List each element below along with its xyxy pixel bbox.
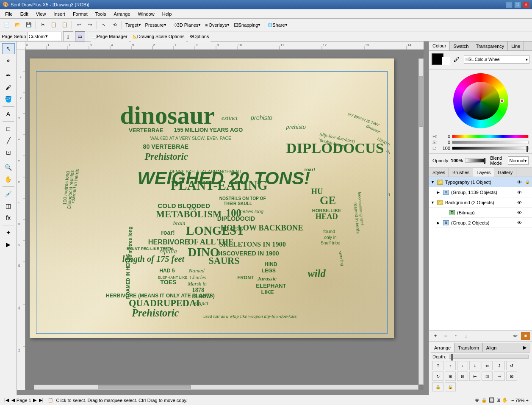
horizontal-scrollbar[interactable] <box>34 385 418 390</box>
layer-eye-group2[interactable]: 👁 <box>517 220 524 225</box>
arrange-backward[interactable]: ↓ <box>457 361 468 370</box>
options-button[interactable]: ⚙ Options <box>188 31 211 42</box>
page-size-dropdown[interactable]: Custom ▾ <box>28 32 61 41</box>
pressure-button[interactable]: Pressure ▾ <box>144 20 168 30</box>
tab-arrange[interactable]: Arrange <box>431 343 454 352</box>
paint-bucket-tool[interactable]: 🪣 <box>2 94 15 105</box>
target-button[interactable]: Target ▾ <box>124 20 143 30</box>
pointer-tool[interactable]: ↖ <box>2 43 15 54</box>
depth-slider[interactable] <box>449 355 529 359</box>
color-wheel[interactable] <box>453 73 508 128</box>
move-down-button[interactable]: ↓ <box>461 332 471 340</box>
layer-eye-typography[interactable]: 👁 <box>517 180 524 185</box>
canvas-scroll[interactable]: dinosaur extinct prehisto VERTEBRAE 155 … <box>25 50 424 390</box>
undo-button[interactable]: ↩ <box>74 20 84 30</box>
layer-properties-button[interactable]: ✏ <box>511 332 520 340</box>
zoom-in-button[interactable]: + <box>526 398 529 403</box>
tab-transform[interactable]: Transform <box>454 343 483 352</box>
line-tool[interactable]: ╱ <box>2 135 15 146</box>
merge-button[interactable]: ▣ <box>521 332 530 340</box>
shape-tool[interactable]: □ <box>2 123 15 134</box>
layer-eye-bitmap[interactable]: 👁 <box>517 210 524 215</box>
arrange-rotate-l[interactable]: ↺ <box>506 361 517 370</box>
layer-expand-group1139[interactable]: ▶ <box>437 190 442 194</box>
brush-tool[interactable]: 🖌 <box>2 82 15 93</box>
status-icon-lock[interactable]: 🔒 <box>481 397 487 403</box>
layer-eye-group1139[interactable]: 👁 <box>517 190 524 195</box>
snapping-button[interactable]: 🔲 Snapping ▾ <box>232 20 263 30</box>
menu-arrange[interactable]: Arrange <box>110 10 133 18</box>
tab-transparency[interactable]: Transparency <box>472 42 508 50</box>
status-icon-grid[interactable]: ⊞ <box>496 397 500 403</box>
vertical-scrollbar[interactable] <box>418 58 424 385</box>
add-page-icon[interactable]: 📋 <box>48 398 53 402</box>
landscape-button[interactable]: ▭ <box>75 31 85 42</box>
tab-align[interactable]: Align <box>483 343 500 352</box>
opacity-slider[interactable] <box>465 158 486 163</box>
menu-view[interactable]: View <box>33 10 50 18</box>
transform-tool-button[interactable]: ⟲ <box>110 20 120 30</box>
cut-button[interactable]: ✂ <box>38 20 48 30</box>
layer-typography[interactable]: ▼ 📁 Typography (1 Object) 👁 🔒 <box>429 177 532 187</box>
layer-eye-background[interactable]: 👁 <box>517 200 524 205</box>
dino-artwork[interactable]: dinosaur extinct prehisto VERTEBRAE 155 … <box>36 73 390 338</box>
app-restore-button[interactable]: ❐ <box>514 1 521 8</box>
page-manager-button[interactable]: 📑 Page Manager <box>91 31 129 42</box>
arrange-forward[interactable]: ↑ <box>445 361 456 370</box>
last-page-button[interactable]: ▶| <box>38 397 44 403</box>
arrange-distribute[interactable]: ⊠ <box>506 372 517 381</box>
layer-expand-typography[interactable]: ▼ <box>431 180 436 184</box>
move-up-button[interactable]: ↑ <box>451 332 460 340</box>
pen-tool[interactable]: ✒ <box>2 70 15 81</box>
redo-button[interactable]: ↪ <box>85 20 95 30</box>
node-tool[interactable]: ⋄ <box>2 55 15 66</box>
tab-swatch[interactable]: Swatch <box>450 42 472 50</box>
menu-window[interactable]: Window <box>135 10 158 18</box>
zoom-out-button[interactable]: − <box>511 398 514 403</box>
3d-planes-button[interactable]: ⬡ 3D Planes ▾ <box>172 20 203 30</box>
arrange-align-r[interactable]: ⊣ <box>494 372 505 381</box>
status-icon-snap[interactable]: 🔲 <box>489 397 495 403</box>
expand-tool[interactable]: ▶ <box>2 239 15 250</box>
arrange-lock[interactable]: 🔒 <box>432 382 443 391</box>
arrange-to-front[interactable]: ⤒ <box>432 361 443 370</box>
arrange-ungroup[interactable]: ⊟ <box>457 372 468 381</box>
save-button[interactable]: 💾 <box>24 20 34 30</box>
layer-group-1139[interactable]: ▶ ⊞ (Group, 1139 Objects) 👁 <box>435 187 532 197</box>
menu-insert[interactable]: Insert <box>50 10 69 18</box>
color-picker-icon[interactable]: 🖊 <box>454 56 460 63</box>
text-tool[interactable]: A <box>2 108 15 119</box>
arrange-to-back[interactable]: ⤓ <box>469 361 480 370</box>
crop-tool[interactable]: ⊡ <box>2 147 15 158</box>
drawing-scale-button[interactable]: 📐 Drawing Scale Options <box>131 31 186 42</box>
vertical-scroll-thumb[interactable] <box>419 76 423 127</box>
background-color-swatch[interactable] <box>442 57 450 65</box>
color-wheel-cursor[interactable] <box>500 99 504 103</box>
symbol-tool[interactable]: ✦ <box>2 227 15 238</box>
saturation-bar[interactable] <box>452 141 529 144</box>
tab-layers[interactable]: Layers <box>473 168 494 177</box>
prev-page-button[interactable]: ◀ <box>11 397 16 403</box>
tab-colour[interactable]: Colour <box>429 42 450 50</box>
delete-layer-button[interactable]: − <box>441 332 450 340</box>
arrange-flip-h[interactable]: ⇔ <box>482 361 493 370</box>
arrange-rotate-r[interactable]: ↻ <box>432 372 443 381</box>
menu-help[interactable]: Help <box>159 10 175 18</box>
layer-expand-group2[interactable]: ▶ <box>437 221 442 225</box>
menu-tools[interactable]: Tools <box>92 10 110 18</box>
lightness-bar[interactable] <box>452 147 529 150</box>
arrange-unlock[interactable]: 🔓 <box>445 382 456 391</box>
status-icon-hand[interactable]: ✋ <box>502 397 508 403</box>
layer-expand-background[interactable]: ▼ <box>431 200 436 205</box>
layer-bitmap[interactable]: 🖼 (Bitmap) 👁 <box>441 208 532 218</box>
arrange-flip-v[interactable]: ⇕ <box>494 361 505 370</box>
tab-styles[interactable]: Styles <box>429 168 449 177</box>
menu-file[interactable]: File <box>2 10 16 18</box>
blend-mode-dropdown[interactable]: Normal ▾ <box>508 156 529 165</box>
new-button[interactable]: 📄 <box>2 20 12 30</box>
paste-button[interactable]: 📋 <box>60 20 70 30</box>
app-minimize-button[interactable]: ─ <box>506 1 513 8</box>
overlays-button[interactable]: ⊞ Overlays ▾ <box>203 20 231 30</box>
gradient-tool[interactable]: ◫ <box>2 200 15 211</box>
add-layer-button[interactable]: + <box>431 332 440 340</box>
